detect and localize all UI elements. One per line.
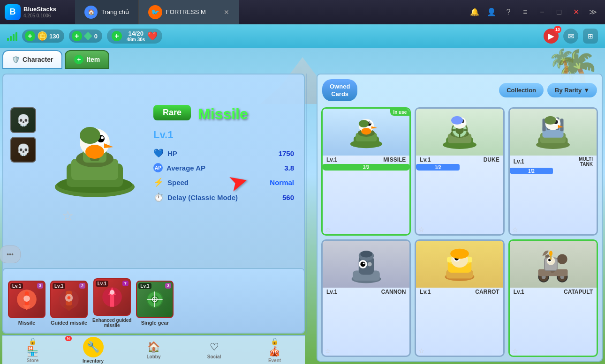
grid-button[interactable]: ⊞	[583, 29, 598, 44]
minimize-btn[interactable]: −	[535, 5, 550, 20]
event-lock-icon: 🔒	[271, 337, 279, 345]
owned-cards-button[interactable]: OwnedCards	[322, 79, 357, 101]
right-card-panel: OwnedCards Collection By Rarity ▼ In use	[317, 74, 603, 362]
bell-btn[interactable]: 🔔	[467, 5, 482, 20]
multitank-progress-bar: 1/2	[510, 168, 553, 174]
missile-slot-icon	[15, 288, 38, 311]
add-gem-button[interactable]: +	[72, 31, 82, 41]
rarity-btn-label: By Rarity	[555, 87, 582, 94]
guided-slot-badge: 2	[79, 283, 85, 289]
timer-value: 48m 30s	[127, 37, 145, 42]
missile-card-name: MISSILE	[383, 156, 406, 163]
avatar-skull[interactable]: 💀	[10, 107, 36, 133]
slot-missile[interactable]: Lv.1 3 Missile	[8, 281, 45, 326]
svg-point-78	[363, 262, 364, 264]
catapult-card-svg	[532, 243, 574, 285]
missile-progress-bar: 3/2	[323, 164, 409, 171]
star-rating: ☆	[62, 208, 74, 223]
card-cannon[interactable]: ☆ Lv.1 CANNON	[321, 239, 411, 357]
single-gear-slot-icon	[143, 288, 166, 311]
card-grid: In use	[318, 104, 602, 361]
nav-social[interactable]: ♡ Social	[184, 341, 244, 359]
slot-guided-missile[interactable]: Lv.1 2 Guided missile	[50, 281, 88, 326]
stats-panel: Rare Missile Lv.1 💙 HP 1750 AP Average A…	[153, 105, 294, 207]
slot-enhanced[interactable]: Lv.1 7 Enhanced guidedmissile	[92, 278, 131, 328]
card-catapult[interactable]: ☆ Lv.1 CATAPULT	[508, 239, 598, 357]
character-avatars: 💀 💀	[10, 107, 36, 163]
guided-slot-icon	[57, 288, 81, 311]
nav-lobby[interactable]: 🏠 Lobby	[123, 341, 184, 359]
tank-svg	[48, 110, 142, 203]
close-tab-icon[interactable]: ✕	[224, 8, 229, 16]
card-duke[interactable]: ☆ Lv.1 DUKE 1/2	[415, 107, 504, 235]
signal-bar-1	[7, 38, 9, 41]
add-gold-button[interactable]: +	[25, 31, 35, 41]
social-label: Social	[207, 354, 221, 359]
tab-item[interactable]: + Item	[65, 50, 109, 69]
notification-area[interactable]: ▶ 10	[544, 29, 559, 44]
add-hearts-button[interactable]: +	[112, 31, 122, 41]
bs-logo-icon: B	[5, 4, 21, 20]
catapult-card-name: CATAPULT	[564, 289, 593, 295]
hp-value: 1750	[279, 149, 294, 157]
grid-icon: ⊞	[588, 32, 593, 40]
svg-marker-20	[63, 305, 75, 311]
chat-bubble[interactable]: •••	[0, 245, 21, 263]
svg-point-10	[101, 136, 104, 139]
single-gear-slot-level: Lv.1	[138, 283, 151, 289]
single-gear-slot-badge: 3	[165, 283, 171, 289]
nav-inventory[interactable]: 🔧 Inventory N	[63, 337, 123, 364]
svg-point-42	[358, 120, 369, 127]
more-btn[interactable]: ≫	[585, 5, 600, 20]
guided-slot-label: Guided missile	[51, 320, 87, 326]
missile-slot-badge: 3	[37, 283, 43, 289]
in-use-badge: In use	[390, 109, 409, 116]
svg-point-22	[68, 296, 71, 299]
enhanced-slot-icon	[100, 285, 124, 309]
hearts-count: 14/20	[128, 30, 144, 37]
missile-card-star: ☆	[325, 226, 331, 233]
speed-label: Speed	[167, 178, 266, 186]
missile-slot-level: Lv.1	[10, 283, 23, 289]
card-missile[interactable]: In use	[321, 107, 411, 235]
svg-point-12	[85, 145, 104, 159]
character-name: Missile	[198, 105, 248, 123]
mail-button[interactable]: ✉	[563, 29, 578, 44]
menu-btn[interactable]: ≡	[518, 5, 533, 20]
bottom-nav: 🔒 🏪 Store 🔧 Inventory N 🏠 Lobby ♡ Social…	[2, 335, 305, 364]
store-lock-icon: 🔒	[29, 337, 37, 345]
event-icon: 🎪	[269, 346, 280, 357]
bs-game-icon: 🐦	[148, 5, 162, 19]
duke-card-name: DUKE	[484, 156, 499, 163]
by-rarity-button[interactable]: By Rarity ▼	[547, 83, 597, 97]
slot-single-gear[interactable]: Lv.1 3 Single gear	[136, 281, 174, 326]
card-multitank[interactable]: ☆ Lv.1 MULTITANK 1/2	[508, 107, 598, 235]
nav-store[interactable]: 🔒 🏪 Store	[2, 337, 63, 363]
duke-card-progress: 1/2	[416, 164, 503, 171]
nav-event[interactable]: 🔒 🎪 Event	[244, 337, 305, 363]
hearts-resource: + 14/20 48m 30s ❤️	[107, 29, 162, 44]
close-btn[interactable]: ✕	[568, 5, 583, 20]
cannon-card-name: CANNON	[381, 289, 406, 295]
cannon-card-image	[323, 241, 409, 288]
skull-icon: 💀	[16, 114, 30, 127]
coin-icon: 🪙	[37, 31, 47, 41]
card-carrot[interactable]: ☆ Lv.1 CARROT	[415, 239, 504, 357]
gold-value: 130	[49, 33, 60, 40]
bs-tab-game[interactable]: 🐦 FORTRESS M ✕	[139, 0, 239, 24]
maximize-btn[interactable]: □	[552, 5, 567, 20]
gold-resource: + 🪙 130	[22, 30, 64, 43]
svg-point-17	[23, 296, 30, 302]
cannon-card-star: ☆	[325, 347, 331, 355]
tab-character[interactable]: 🛡️ Character	[2, 50, 62, 69]
account-btn[interactable]: 👤	[484, 5, 499, 20]
topbar-right-icons: ▶ 10 ✉ ⊞	[544, 29, 598, 44]
duke-card-star: ☆	[418, 226, 424, 233]
duke-card-image	[416, 109, 503, 156]
missile-slot-img: Lv.1 3	[8, 281, 45, 318]
help-btn[interactable]: ?	[501, 5, 516, 20]
collection-button[interactable]: Collection	[499, 83, 544, 97]
avatar-orange-skull[interactable]: 💀	[10, 137, 36, 163]
hp-icon: 💙	[153, 148, 164, 158]
bs-tab-home[interactable]: 🏠 Trang chủ	[75, 0, 139, 24]
